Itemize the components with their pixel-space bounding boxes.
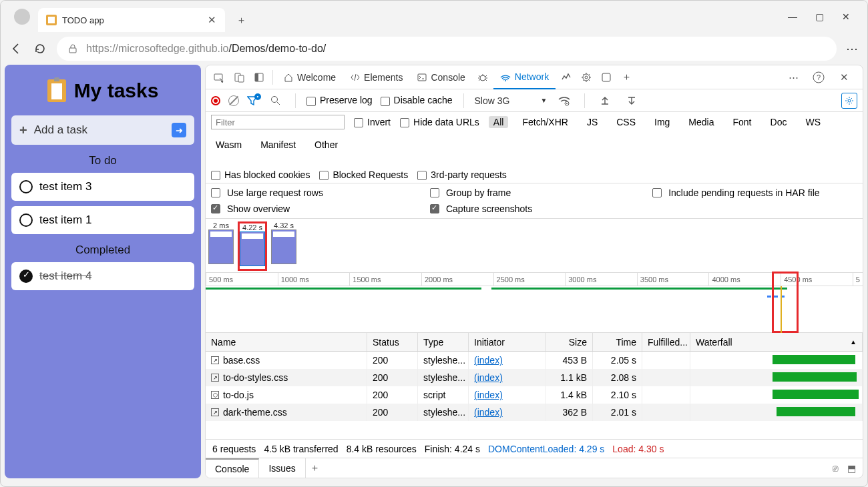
task-item[interactable]: test item 1 — [11, 206, 194, 234]
drawer-tab-console[interactable]: Console — [206, 458, 259, 478]
drawer-tab-issues[interactable]: Issues — [259, 458, 305, 478]
table-row[interactable]: ↗base.css 200 styleshe... (index) 453 B … — [206, 352, 863, 369]
type-pill[interactable]: Wasm — [211, 139, 246, 151]
blocked-requests-checkbox[interactable]: Blocked Requests — [319, 169, 408, 180]
application-icon[interactable] — [597, 68, 616, 87]
filmstrip-frame-highlighted[interactable]: 4.22 s — [238, 221, 267, 271]
tab-title: TODO app — [62, 15, 201, 25]
initiator-link[interactable]: (index) — [474, 407, 503, 418]
show-overview-checkbox[interactable]: Show overview — [211, 203, 323, 214]
close-window-icon[interactable]: ✕ — [841, 11, 851, 22]
tab-console[interactable]: Console — [411, 65, 471, 89]
type-pill[interactable]: Media — [684, 116, 718, 128]
network-conditions-icon[interactable] — [555, 91, 574, 110]
summary-resources: 8.4 kB resources — [347, 444, 417, 454]
back-icon[interactable] — [9, 41, 23, 56]
more-tools-icon[interactable]: ⋯ — [784, 68, 803, 87]
type-pill[interactable]: Other — [310, 139, 343, 151]
device-icon[interactable] — [230, 68, 248, 87]
filmstrip-frame[interactable]: 2 ms — [208, 221, 234, 271]
type-pill[interactable]: JS — [582, 116, 602, 128]
help-icon[interactable]: ? — [809, 68, 828, 87]
close-devtools-icon[interactable]: ✕ — [835, 68, 853, 87]
table-row[interactable]: ↗to-do-styles.css 200 styleshe... (index… — [206, 369, 863, 386]
filmstrip-frame[interactable]: 4.32 s — [271, 221, 296, 271]
preserve-log-checkbox[interactable]: Preserve log — [306, 95, 373, 105]
maximize-icon[interactable]: ▢ — [814, 11, 825, 22]
export-har-icon[interactable] — [622, 91, 641, 110]
completed-section-label: Completed — [11, 244, 194, 257]
initiator-link[interactable]: (index) — [474, 390, 503, 400]
address-bar[interactable]: https://microsoftedge.github.io/Demos/de… — [57, 37, 837, 61]
devtools-tabstrip: Welcome Elements Console Network ＋ ⋯ ? ✕ — [206, 65, 863, 89]
refresh-icon[interactable] — [33, 41, 47, 56]
type-pill[interactable]: Img — [650, 116, 674, 128]
browser-tab[interactable]: TODO app ✕ — [38, 8, 225, 32]
close-tab-icon[interactable]: ✕ — [206, 15, 217, 25]
add-task-input[interactable]: + Add a task ➜ — [11, 115, 194, 145]
browser-menu-icon[interactable]: ⋯ — [846, 41, 859, 56]
group-by-frame-checkbox[interactable]: Group by frame — [430, 187, 532, 198]
overview-timeline[interactable]: 500 ms 1000 ms 1500 ms 2000 ms 2500 ms 3… — [206, 273, 863, 333]
network-settings-icon[interactable] — [841, 93, 857, 109]
checkbox-icon[interactable] — [19, 180, 33, 193]
svg-rect-3 — [238, 75, 244, 82]
tab-network[interactable]: Network — [493, 65, 556, 89]
network-toolbar: • Preserve log Disable cache Slow 3G▼ — [206, 89, 863, 112]
type-pill[interactable]: Font — [728, 116, 756, 128]
pending-har-checkbox[interactable]: Include pending requests in HAR file — [652, 187, 819, 198]
summary-load: Load: 4.30 s — [612, 444, 664, 454]
has-blocked-cookies-checkbox[interactable]: Has blocked cookies — [211, 169, 310, 180]
checkbox-icon[interactable] — [19, 213, 33, 227]
new-tab-button[interactable]: ＋ — [236, 15, 246, 25]
task-label: test item 1 — [39, 213, 91, 227]
task-item-completed[interactable]: test item 4 — [11, 262, 194, 290]
import-har-icon[interactable] — [596, 91, 614, 110]
record-icon[interactable] — [211, 96, 220, 105]
throttling-select[interactable]: Slow 3G▼ — [475, 95, 548, 106]
disable-cache-checkbox[interactable]: Disable cache — [381, 95, 453, 105]
task-label: test item 3 — [39, 180, 91, 193]
plus-icon: + — [19, 123, 27, 138]
type-pill[interactable]: Doc — [766, 116, 792, 128]
hide-data-urls-checkbox[interactable]: Hide data URLs — [400, 117, 479, 127]
filter-icon[interactable]: • — [247, 96, 258, 105]
type-pill[interactable]: WS — [801, 116, 825, 128]
performance-icon[interactable] — [557, 68, 576, 87]
invert-checkbox[interactable]: Invert — [354, 117, 391, 127]
table-header[interactable]: Name Status Type Initiator Size Time Ful… — [206, 333, 863, 352]
bug-icon[interactable] — [473, 68, 492, 87]
dock-icon[interactable] — [250, 68, 268, 87]
initiator-link[interactable]: (index) — [474, 372, 503, 383]
memory-icon[interactable] — [577, 68, 596, 87]
capture-screenshots-checkbox[interactable]: Capture screenshots — [430, 203, 532, 214]
search-icon[interactable] — [266, 91, 284, 110]
svg-point-7 — [480, 75, 485, 81]
table-row[interactable]: ↗dark-theme.css 200 styleshe... (index) … — [206, 404, 863, 421]
clear-icon[interactable] — [228, 95, 239, 106]
type-pill[interactable]: Fetch/XHR — [517, 116, 572, 128]
checkbox-checked-icon[interactable] — [19, 270, 33, 283]
large-rows-checkbox[interactable]: Use large request rows — [211, 187, 323, 198]
type-pill-all[interactable]: All — [489, 116, 509, 128]
add-tab-icon[interactable]: ＋ — [617, 68, 636, 87]
drawer-expand-icon[interactable]: ⬒ — [847, 463, 856, 474]
window-controls: — ▢ ✕ — [787, 11, 862, 22]
drawer-dock-icon[interactable]: ⎚ — [833, 463, 838, 474]
third-party-checkbox[interactable]: 3rd-party requests — [417, 169, 507, 180]
highlight-annotation — [772, 272, 799, 333]
inspect-icon[interactable] — [210, 68, 228, 87]
type-pill[interactable]: CSS — [612, 116, 640, 128]
filter-input[interactable] — [211, 115, 345, 129]
tab-welcome[interactable]: Welcome — [277, 65, 343, 89]
column-initiator: Initiator — [469, 333, 546, 351]
table-row[interactable]: ⬡to-do.js 200 script (index) 1.4 kB 2.10… — [206, 386, 863, 404]
submit-task-icon[interactable]: ➜ — [172, 123, 186, 137]
drawer-add-icon[interactable]: ＋ — [306, 459, 324, 478]
type-pill[interactable]: Manifest — [256, 139, 300, 151]
tab-elements[interactable]: Elements — [344, 65, 409, 89]
task-item[interactable]: test item 3 — [11, 173, 194, 201]
minimize-icon[interactable]: — — [787, 11, 798, 22]
initiator-link[interactable]: (index) — [474, 355, 503, 366]
profile-avatar[interactable] — [14, 9, 30, 25]
